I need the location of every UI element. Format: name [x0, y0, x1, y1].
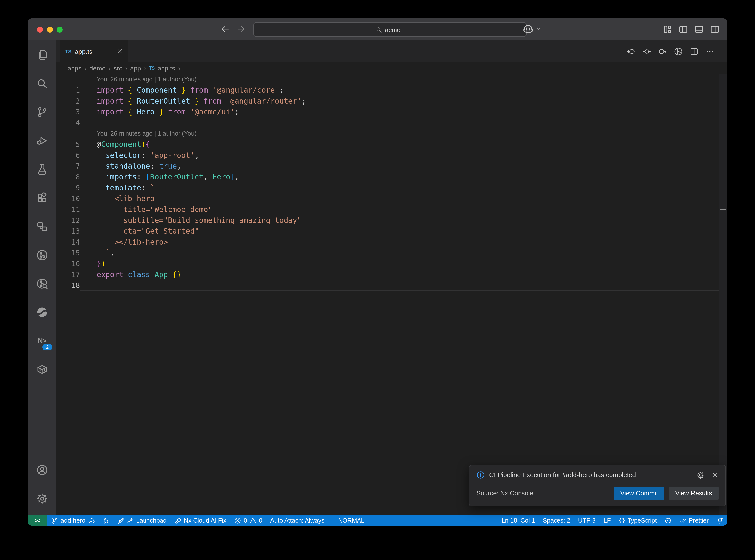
- status-bar-item-nx-cloud-ai-fix[interactable]: Nx Cloud AI Fix: [171, 515, 230, 526]
- close-icon[interactable]: [116, 48, 123, 55]
- customize-layout-icon[interactable]: [663, 25, 672, 34]
- status-label: LF: [603, 517, 611, 524]
- status-bar-item-launchpad[interactable]: Launchpad: [114, 515, 171, 526]
- bell-dot-icon: [717, 517, 723, 524]
- breadcrumb-item-app[interactable]: app: [130, 64, 141, 72]
- view-commit-button[interactable]: View Commit: [614, 486, 664, 500]
- line-number: 10: [56, 193, 80, 204]
- activity-bar-item-explorer[interactable]: [27, 40, 56, 69]
- search-input[interactable]: [385, 26, 405, 33]
- code-text: import { RouterOutlet } from '@angular/r…: [97, 96, 306, 106]
- breadcrumb-item-apps[interactable]: apps: [67, 64, 81, 72]
- close-icon[interactable]: [712, 472, 718, 478]
- gear-icon: [36, 493, 47, 504]
- status-bar-item-cursor-position[interactable]: Ln 18, Col 1: [498, 515, 539, 526]
- toggle-sidebar-left-icon[interactable]: [679, 25, 688, 34]
- status-bar-item-commit-graph[interactable]: [99, 515, 114, 526]
- status-bar-item-notifications-bell[interactable]: [713, 515, 728, 526]
- zoom-window-button[interactable]: [57, 26, 63, 32]
- code-editor[interactable]: You, 26 minutes ago | 1 author (You)1imp…: [56, 74, 728, 515]
- status-bar-item-problems[interactable]: 00: [230, 515, 266, 526]
- status-bar-item-formatter-prettier[interactable]: Prettier: [675, 515, 713, 526]
- branch-icon: [51, 517, 58, 524]
- line-number: 7: [56, 161, 80, 172]
- command-center-search[interactable]: [254, 22, 527, 37]
- split-editor-icon[interactable]: [690, 47, 698, 56]
- next-change-icon[interactable]: [658, 47, 667, 56]
- typescript-file-icon: TS: [149, 65, 155, 71]
- code-text: subtitle="Build something amazing today": [97, 215, 301, 226]
- overview-ruler[interactable]: [718, 74, 728, 515]
- commit-dot-icon[interactable]: [642, 47, 651, 56]
- badge-count: 2: [42, 344, 52, 351]
- breadcrumb-item-…[interactable]: …: [183, 64, 190, 72]
- code-text: <lib-hero: [97, 193, 155, 204]
- activity-bar-item-source-control[interactable]: [27, 98, 56, 126]
- code-line-18: 18: [56, 280, 719, 291]
- previous-change-icon[interactable]: [627, 47, 635, 56]
- activity-bar-item-nx-console[interactable]: N>2: [27, 326, 56, 355]
- breadcrumb-item-src[interactable]: src: [114, 64, 122, 72]
- activity-bar-item-testing[interactable]: [27, 155, 56, 183]
- status-bar-item-vim-mode[interactable]: -- NORMAL --: [329, 515, 374, 526]
- activity-bar-item-nx-cloud[interactable]: [27, 298, 56, 326]
- search-icon: [36, 78, 47, 89]
- code-line-12: 12 subtitle="Build something amazing tod…: [56, 215, 719, 226]
- status-bar-item-auto-attach[interactable]: Auto Attach: Always: [266, 515, 329, 526]
- line-number: 15: [56, 247, 80, 258]
- copilot-icon[interactable]: [523, 24, 534, 35]
- code-text: import { Hero } from '@acme/ui';: [97, 106, 239, 117]
- tab-app-ts[interactable]: TS app.ts: [60, 40, 128, 62]
- blame-lens[interactable]: You, 26 minutes ago | 1 author (You): [56, 128, 719, 139]
- activity-bar-item-project-graph[interactable]: [27, 212, 56, 241]
- extensions-icon: [36, 192, 47, 203]
- breadcrumb-item-app.ts[interactable]: app.ts: [158, 64, 175, 72]
- status-label: Nx Cloud AI Fix: [184, 517, 226, 524]
- status-label: Spaces: 2: [543, 517, 570, 524]
- breadcrumb-item-demo[interactable]: demo: [90, 64, 105, 72]
- close-window-button[interactable]: [37, 26, 43, 32]
- current-line-highlight: [80, 280, 719, 291]
- gear-icon[interactable]: [696, 471, 704, 479]
- status-bar-item-git-branch[interactable]: add-hero: [47, 515, 99, 526]
- view-results-button[interactable]: View Results: [669, 486, 718, 500]
- status-bar-item-language-mode[interactable]: {}TypeScript: [615, 515, 661, 526]
- commit-graph-circle-icon[interactable]: [674, 47, 682, 56]
- chevron-down-icon[interactable]: [536, 26, 541, 32]
- graph-search-icon: [36, 278, 47, 289]
- wrench-icon: [175, 517, 181, 524]
- activity-bar-item-containers[interactable]: [27, 355, 56, 383]
- blame-lens-text: You, 26 minutes ago | 1 author (You): [97, 128, 197, 139]
- code-line-3: 3import { Hero } from '@acme/ui';: [56, 106, 719, 117]
- activity-bar-item-run-debug[interactable]: [27, 126, 56, 155]
- minimize-window-button[interactable]: [47, 26, 53, 32]
- status-bar-item-indentation[interactable]: Spaces: 2: [539, 515, 574, 526]
- activity-bar-item-search[interactable]: [27, 69, 56, 98]
- toggle-panel-icon[interactable]: [694, 25, 704, 34]
- status-bar-item-copilot-status[interactable]: [660, 515, 675, 526]
- activity-bar-item-commit-graph[interactable]: [27, 241, 56, 269]
- forward-icon[interactable]: [237, 25, 245, 34]
- code-text: import { Component } from '@angular/core…: [97, 85, 284, 96]
- status-bar-item-eol[interactable]: LF: [600, 515, 615, 526]
- status-bar-item-encoding[interactable]: UTF-8: [574, 515, 600, 526]
- remote-indicator[interactable]: ><: [27, 515, 47, 526]
- activity-bar-item-accounts[interactable]: [27, 456, 56, 484]
- activity-bar-item-extensions[interactable]: [27, 183, 56, 212]
- line-number: 1: [56, 85, 80, 96]
- notification-source: Source: Nx Console: [476, 489, 533, 497]
- line-number: 8: [56, 172, 80, 182]
- info-icon: [476, 471, 485, 479]
- status-label: 0: [244, 517, 247, 524]
- breadcrumb: apps›demo›src›app›TSapp.ts›…: [56, 62, 728, 74]
- back-icon[interactable]: [221, 25, 230, 34]
- activity-bar-item-commit-search[interactable]: [27, 269, 56, 298]
- cloud-upload-icon: [88, 517, 95, 524]
- more-actions-icon[interactable]: [706, 47, 714, 56]
- code-line-4: 4: [56, 117, 719, 128]
- activity-bar-item-settings[interactable]: [27, 484, 56, 513]
- status-bar: ><add-heroLaunchpadNx Cloud AI Fix00Auto…: [27, 515, 728, 526]
- code-line-1: 1import { Component } from '@angular/cor…: [56, 85, 719, 96]
- blame-lens[interactable]: You, 26 minutes ago | 1 author (You): [56, 74, 719, 85]
- toggle-sidebar-right-icon[interactable]: [710, 25, 719, 34]
